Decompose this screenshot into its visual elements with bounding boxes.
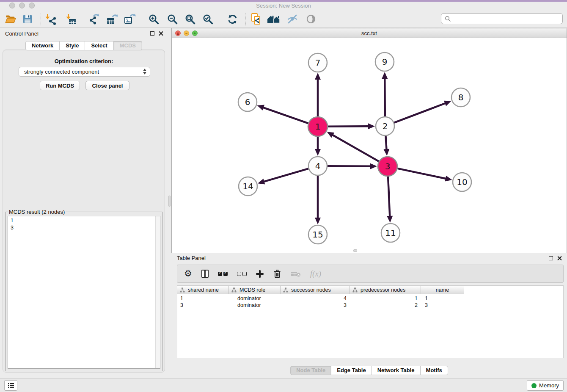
horizontal-splitter-grip[interactable]	[353, 249, 357, 252]
mcds-result-textarea[interactable]: 13	[8, 216, 160, 369]
float-panel-icon[interactable]	[150, 31, 154, 36]
column-label: MCDS role	[239, 287, 265, 293]
open-session-button[interactable]	[3, 12, 18, 26]
tab-network-table[interactable]: Network Table	[372, 366, 421, 375]
column-header-MCDS-role[interactable]: MCDS role	[229, 286, 281, 294]
tab-select[interactable]: Select	[85, 41, 113, 50]
panel-splitter[interactable]	[168, 28, 171, 378]
network-window-titlebar[interactable]: x–+ scc.txt	[172, 28, 567, 38]
column-header-predecessor-nodes[interactable]: predecessor nodes	[350, 286, 421, 294]
memory-button[interactable]: Memory	[527, 380, 564, 391]
task-history-button[interactable]	[4, 380, 17, 391]
zoom-selected-button[interactable]	[201, 12, 215, 26]
open-folder-icon	[5, 14, 17, 25]
table-options-icon[interactable]: ⚙	[184, 269, 192, 278]
refresh-icon	[227, 14, 238, 25]
save-floppy-icon	[22, 14, 33, 25]
selected-option: strongly connected component	[24, 69, 99, 75]
welcome-screen-button[interactable]	[267, 12, 281, 26]
column-header-shared-name[interactable]: shared name	[177, 286, 229, 294]
column-label: successor nodes	[291, 287, 331, 293]
zoom-in-button[interactable]	[146, 12, 161, 26]
zoom-selected-icon	[202, 14, 214, 25]
export-image-icon	[124, 13, 136, 25]
mcds-result-legend: MCDS result (2 nodes)	[8, 209, 66, 215]
close-panel-button[interactable]: Close panel	[85, 81, 129, 90]
search-input[interactable]	[454, 16, 559, 22]
tab-node-table[interactable]: Node Table	[290, 366, 331, 375]
table-cell: dominator	[229, 295, 281, 301]
save-session-button[interactable]	[20, 12, 35, 26]
deselect-all-icon[interactable]	[237, 272, 247, 276]
column-type-icon	[283, 287, 288, 293]
export-table-button[interactable]	[105, 12, 119, 26]
main-toolbar	[0, 10, 567, 28]
result-line: 3	[11, 224, 160, 232]
search-field[interactable]	[441, 13, 563, 24]
zoom-out-button[interactable]	[165, 12, 179, 26]
close-panel-icon[interactable]	[159, 31, 163, 36]
birdseye-view-button[interactable]	[304, 12, 318, 26]
optimization-criterion-label: Optimization criterion:	[0, 58, 168, 64]
optimization-criterion-select[interactable]: strongly connected component	[19, 67, 150, 77]
column-type-icon	[231, 287, 237, 293]
status-bar: Memory	[0, 378, 567, 392]
table-row[interactable]: 3dominator323	[177, 302, 563, 309]
export-table-icon	[106, 13, 118, 25]
refresh-button[interactable]	[225, 12, 239, 26]
svg-text:15: 15	[312, 229, 323, 240]
clone-network-button[interactable]	[249, 12, 263, 26]
column-label: shared name	[188, 287, 219, 293]
table-row[interactable]: 1dominator411	[177, 295, 563, 302]
table-cell: 3	[421, 302, 464, 308]
svg-text:11: 11	[385, 228, 396, 238]
clone-network-icon	[250, 13, 262, 25]
import-table-icon	[65, 13, 77, 25]
svg-text:1: 1	[315, 121, 321, 132]
eye-icon	[305, 13, 317, 25]
table-cell: 4	[281, 295, 350, 301]
column-header-name[interactable]: name	[421, 286, 464, 294]
memory-status-icon	[531, 383, 537, 388]
tab-style[interactable]: Style	[60, 41, 85, 50]
export-network-button[interactable]	[87, 12, 102, 26]
import-table-button[interactable]	[63, 12, 78, 26]
node-table: shared nameMCDS rolesuccessor nodesprede…	[177, 285, 564, 358]
svg-text:2: 2	[383, 121, 388, 131]
float-panel-icon[interactable]	[549, 256, 553, 260]
column-type-icon	[352, 287, 358, 293]
show-columns-icon[interactable]	[201, 270, 209, 278]
tab-motifs[interactable]: Motifs	[421, 366, 448, 375]
toolbar-separator	[84, 13, 84, 25]
toolbar-separator	[41, 13, 41, 25]
delete-column-icon[interactable]	[273, 269, 281, 279]
table-toolbar: ⚙ f(x)	[177, 265, 564, 283]
run-mcds-button[interactable]: Run MCDS	[40, 81, 80, 90]
tab-network[interactable]: Network	[25, 41, 60, 50]
houses-icon	[267, 14, 281, 25]
splitter-grip[interactable]	[168, 196, 171, 207]
result-scrollbar[interactable]	[155, 216, 160, 368]
export-image-button[interactable]	[123, 12, 137, 26]
svg-text:7: 7	[315, 58, 321, 68]
import-network-button[interactable]	[44, 12, 58, 26]
select-all-icon[interactable]	[218, 272, 228, 276]
close-panel-icon[interactable]	[557, 256, 562, 260]
svg-text:9: 9	[382, 57, 388, 67]
zoom-fit-button[interactable]	[183, 12, 197, 26]
toolbar-separator	[222, 13, 222, 25]
table-cell: dominator	[229, 302, 281, 308]
delete-table-icon	[291, 271, 301, 277]
column-header-successor-nodes[interactable]: successor nodes	[281, 286, 350, 294]
network-graph[interactable]: 1234678910111415	[172, 38, 567, 253]
add-column-icon[interactable]	[256, 270, 264, 278]
hide-details-button[interactable]	[285, 12, 300, 26]
window-title: Session: New Session	[0, 3, 567, 9]
table-cell: 2	[350, 302, 421, 308]
task-list-icon	[8, 383, 14, 389]
column-type-icon	[180, 287, 185, 293]
result-line: 1	[11, 217, 160, 224]
tab-edge-table[interactable]: Edge Table	[331, 366, 372, 375]
svg-text:14: 14	[242, 181, 253, 191]
tab-mcds[interactable]: MCDS	[114, 41, 142, 50]
